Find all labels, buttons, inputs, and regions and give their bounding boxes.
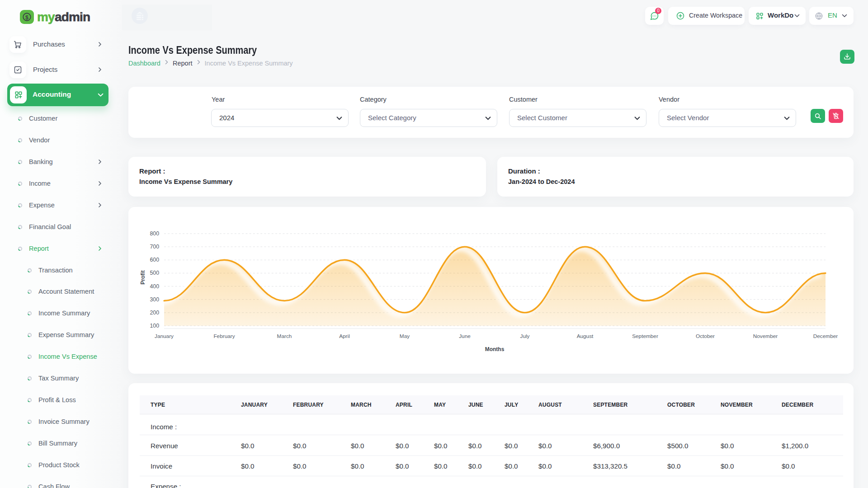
svg-text:400: 400 <box>150 283 159 290</box>
svg-text:June: June <box>459 333 471 339</box>
svg-text:April: April <box>339 333 350 339</box>
svg-text:800: 800 <box>150 230 159 237</box>
svg-text:700: 700 <box>150 244 159 250</box>
svg-text:$: $ <box>25 14 28 21</box>
svg-text:August: August <box>577 333 594 339</box>
svg-text:200: 200 <box>150 310 159 316</box>
svg-text:January: January <box>155 333 174 339</box>
svg-text:500: 500 <box>150 270 159 276</box>
svg-text:September: September <box>632 333 658 339</box>
svg-text:600: 600 <box>150 257 159 263</box>
svg-text:May: May <box>400 333 410 339</box>
svg-text:December: December <box>813 333 838 339</box>
svg-text:October: October <box>696 333 715 339</box>
svg-text:100: 100 <box>150 323 159 329</box>
svg-text:March: March <box>277 333 292 339</box>
svg-text:Profit: Profit <box>140 270 146 284</box>
svg-text:November: November <box>753 333 778 339</box>
svg-text:300: 300 <box>150 296 159 303</box>
svg-text:Months: Months <box>485 346 505 352</box>
svg-text:July: July <box>520 333 530 339</box>
svg-text:February: February <box>213 333 235 339</box>
